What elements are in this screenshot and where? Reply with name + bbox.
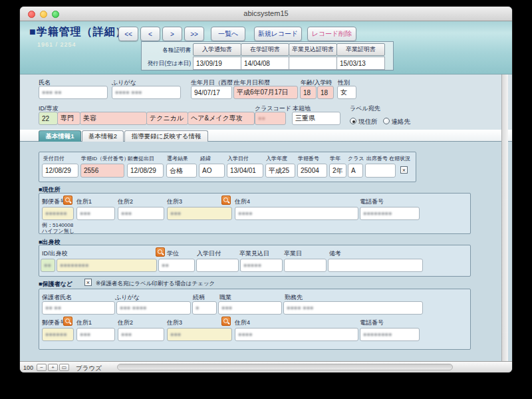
school-entry-date-label: 入学日付 bbox=[197, 249, 221, 258]
cert-enrollment-button[interactable]: 在学証明書 bbox=[241, 43, 289, 56]
seat-number-field[interactable] bbox=[365, 164, 396, 178]
cert-expected-graduation-button[interactable]: 卒業見込証明書 bbox=[289, 43, 337, 56]
dob-field[interactable]: 94/07/17 bbox=[191, 86, 232, 99]
phone-field[interactable]: ●●●●●●●● bbox=[360, 207, 420, 220]
guardian-postal-lookup-icon[interactable] bbox=[63, 317, 72, 326]
radio-current-address[interactable] bbox=[350, 118, 356, 124]
department-field[interactable]: 美容 bbox=[80, 112, 147, 125]
address2-field[interactable]: ●●● bbox=[118, 207, 164, 220]
guardian-furigana-field[interactable]: ●●● ●●●● bbox=[116, 301, 191, 315]
tab-guidance-record-info[interactable]: 指導要録に反映する情報 bbox=[124, 130, 208, 142]
graduation-date-label: 卒業日 bbox=[284, 249, 302, 258]
cert-admission-notice-date-field[interactable]: 13/09/19 bbox=[193, 57, 241, 70]
entry-date-field[interactable]: 13/04/01 bbox=[227, 164, 263, 178]
prev-record-button[interactable]: < bbox=[140, 27, 160, 41]
course-field[interactable]: テクニカル bbox=[146, 112, 188, 125]
radio-current-address-label: 現住所 bbox=[358, 118, 378, 125]
memo-field[interactable] bbox=[328, 259, 423, 272]
student-id-field[interactable]: 2556 bbox=[80, 164, 124, 178]
graduation-date-field[interactable] bbox=[284, 259, 327, 272]
accept-date-label: 受付日付 bbox=[43, 155, 65, 162]
record-counter: 1961 / 2254 bbox=[37, 41, 76, 48]
school-name-field[interactable]: ●●●●●●●● bbox=[57, 259, 157, 272]
gender-field[interactable]: 女 bbox=[337, 86, 356, 99]
degree-field[interactable]: ●● bbox=[158, 259, 195, 272]
expected-graduation-label: 卒業見込日 bbox=[239, 249, 269, 258]
route-field[interactable]: AO bbox=[199, 164, 225, 178]
list-view-button[interactable]: 一覧へ bbox=[211, 27, 245, 41]
horizontal-scrollbar[interactable] bbox=[117, 364, 453, 370]
expected-graduation-field[interactable]: ●●●●● bbox=[240, 259, 283, 272]
new-record-button[interactable]: 新規レコード bbox=[254, 27, 302, 41]
address3-field[interactable]: ●●● bbox=[167, 207, 232, 220]
name-field[interactable]: ●●● ●● bbox=[39, 86, 108, 99]
tab-basic-info-2[interactable]: 基本情報2 bbox=[82, 130, 124, 142]
guardian-address1-field[interactable]: ●●● bbox=[76, 328, 115, 341]
mode-selector[interactable]: ブラウズ bbox=[76, 364, 102, 372]
guardian-label-print-checkbox[interactable]: × bbox=[84, 279, 92, 286]
next-record-button[interactable]: > bbox=[162, 27, 182, 41]
guardian-name-field[interactable]: ●● ●● bbox=[42, 301, 115, 315]
age-at-entry-field[interactable]: 18 bbox=[317, 86, 334, 99]
address4-lookup-icon[interactable] bbox=[221, 196, 231, 205]
category-field[interactable]: 専門 bbox=[57, 112, 80, 125]
domicile-field[interactable]: 三重県 bbox=[292, 112, 340, 125]
screening-result-field[interactable]: 合格 bbox=[166, 164, 197, 178]
radio-contact-address[interactable] bbox=[383, 118, 390, 124]
vertical-scrollbar[interactable] bbox=[501, 74, 508, 361]
address4-field[interactable]: ●●●● bbox=[235, 207, 358, 220]
address2-label: 住所2 bbox=[118, 198, 133, 206]
last-record-button[interactable]: >> bbox=[184, 27, 204, 41]
layout-toggle-icon[interactable]: ▭ bbox=[59, 364, 69, 371]
app-window: abicsystem15 ■学籍管理（詳細） 1961 / 2254 << < … bbox=[20, 7, 512, 372]
student-type-id-field[interactable]: 22 bbox=[39, 112, 58, 125]
zoom-out-button[interactable]: − bbox=[37, 364, 47, 371]
major-field[interactable]: ヘア&メイク専攻 bbox=[188, 112, 255, 125]
workplace-field[interactable]: ●●●● ●●● bbox=[283, 301, 423, 315]
guardian-address4-field[interactable]: ●●●● bbox=[235, 328, 358, 341]
entry-year-field[interactable]: 平成25 bbox=[265, 164, 295, 178]
postal-code-field[interactable]: ●●●●●● bbox=[42, 207, 74, 220]
address1-field[interactable]: ●●● bbox=[76, 207, 115, 220]
guardian-address4-lookup-icon[interactable] bbox=[221, 317, 231, 326]
dob-wareki-field[interactable]: 平成6年07月17日 bbox=[233, 86, 298, 99]
age-field[interactable]: 18 bbox=[300, 86, 317, 99]
guardian-address3-field[interactable]: ●●● bbox=[167, 328, 232, 341]
register-number-field[interactable]: 25004 bbox=[297, 164, 327, 178]
postal-lookup-icon[interactable] bbox=[63, 196, 72, 205]
guardian-box: 保護者氏名 ふりがな 続柄 職業 勤務先 ●● ●● ●●● ●●●● ● ●●… bbox=[39, 289, 471, 350]
class-field[interactable]: A bbox=[348, 164, 363, 178]
page-title: ■学籍管理（詳細） bbox=[29, 25, 127, 39]
grade-field[interactable]: 2年 bbox=[329, 164, 346, 178]
first-record-button[interactable]: << bbox=[118, 27, 138, 41]
enrollment-status-checkbox[interactable]: × bbox=[400, 166, 408, 174]
cert-enrollment-date-field[interactable]: 14/04/08 bbox=[241, 57, 289, 70]
class-code-field[interactable]: ●● bbox=[255, 112, 286, 125]
accept-date-field[interactable]: 12/08/29 bbox=[42, 164, 78, 178]
occupation-field[interactable]: ●●● bbox=[218, 301, 282, 315]
furigana-field[interactable]: ●●●● ●●● bbox=[112, 86, 181, 99]
guardian-phone-field[interactable]: ●●●●●●●● bbox=[360, 328, 420, 341]
relationship-field[interactable]: ● bbox=[192, 301, 217, 315]
application-date-field[interactable]: 12/08/29 bbox=[127, 164, 164, 178]
address1-label: 住所1 bbox=[76, 198, 92, 206]
guardian-address2-field[interactable]: ●●● bbox=[118, 328, 164, 341]
tab-strip: 基本情報1 基本情報2 指導要録に反映する情報 bbox=[20, 130, 512, 142]
delete-record-button[interactable]: レコード削除 bbox=[307, 27, 356, 41]
school-entry-date-field[interactable] bbox=[196, 259, 239, 272]
guardian-postal-field[interactable]: ●●●●●● bbox=[42, 328, 74, 341]
school-id-field[interactable]: ●● bbox=[41, 259, 55, 272]
cert-graduation-date-field[interactable]: 15/03/13 bbox=[336, 57, 385, 70]
guardian-address2-label: 住所2 bbox=[118, 319, 133, 327]
zoom-in-button[interactable]: + bbox=[48, 364, 58, 371]
guardian-section-title: ■保護者など bbox=[39, 280, 72, 289]
cert-expected-graduation-date-field[interactable] bbox=[289, 57, 337, 70]
status-bar: 100 − + ▭ ブラウズ bbox=[20, 361, 512, 372]
certificates-panel: 各種証明書 発行日(空は本日) 入学通知書 在学証明書 卒業見込証明書 卒業証明… bbox=[141, 41, 394, 70]
cert-admission-notice-button[interactable]: 入学通知書 bbox=[193, 43, 241, 56]
tab-basic-info-1[interactable]: 基本情報1 bbox=[39, 130, 81, 142]
school-lookup-icon[interactable] bbox=[156, 247, 165, 257]
address3-label: 住所3 bbox=[167, 198, 182, 206]
cert-graduation-button[interactable]: 卒業証明書 bbox=[336, 43, 385, 56]
basic-info-panel: 受付日付 学籍ID（受付番号） 願書提出日 選考結果 経緯 入学日付 入学年度 … bbox=[20, 142, 512, 361]
